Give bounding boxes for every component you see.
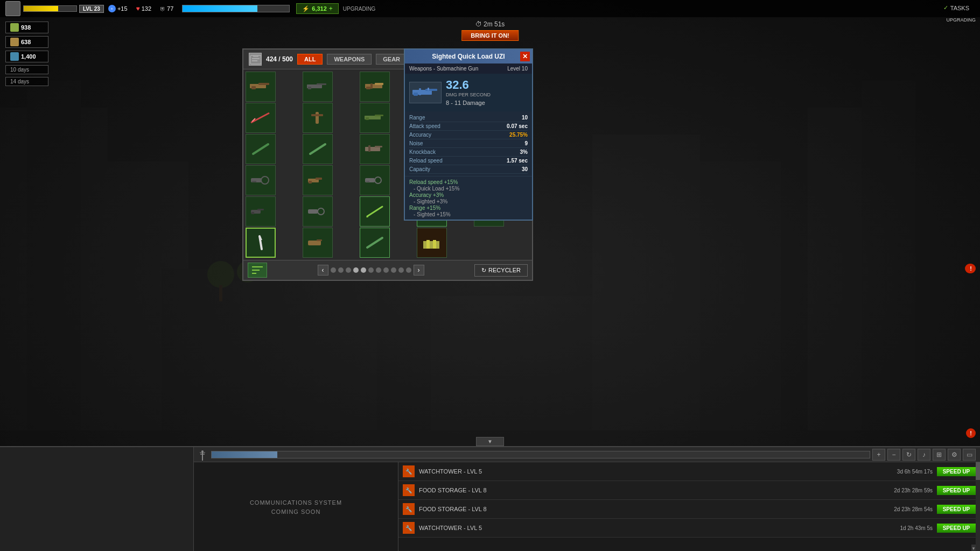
svg-line-44 [310,144,325,154]
page-dot-10[interactable] [398,267,404,273]
scroll-down-icon[interactable]: ▼ [971,545,976,551]
svg-rect-84 [433,240,436,249]
stat-reload-speed-name: Reload speed [409,158,443,164]
inv-cell-5-0[interactable] [246,228,276,258]
inv-cell-1-0[interactable] [246,103,276,133]
upgrade-icon-3: 🔧 [403,522,415,534]
expand-button[interactable]: ▼ [476,437,504,446]
inv-cell-2-2[interactable] [360,134,390,164]
speed-up-btn-1[interactable]: SPEED UP [937,486,976,495]
stat-attack-speed-value: 0.07 sec [507,123,528,129]
page-dot-4[interactable] [353,267,359,273]
page-dot-5[interactable] [361,267,366,273]
detail-subtitle: Weapons - Submachine Gun Level 10 [405,63,532,74]
toolbar-minimize-btn[interactable]: ▭ [963,449,976,461]
inv-cell-4-1[interactable] [303,196,333,227]
hud-health: ♥ 132 [136,5,151,12]
toolbar-minus-btn[interactable]: − [887,449,900,461]
speed-up-btn-0[interactable]: SPEED UP [937,467,976,476]
svg-point-97 [201,450,204,453]
svg-rect-67 [251,212,254,214]
tasks-button[interactable]: ✓ TASKS [943,4,969,11]
page-dot-3[interactable] [346,267,351,273]
bring-it-on-button[interactable]: BRING IT ON! [461,30,519,41]
stat-noise-value: 9 [524,140,528,146]
inv-cell-5-1[interactable] [303,228,333,258]
toolbar-sound-btn[interactable]: ♪ [918,449,930,461]
svg-rect-20 [317,83,326,85]
page-dot-6[interactable] [368,267,374,273]
right-upgrading-label: UPGRADING [946,17,976,23]
inv-cell-4-0[interactable] [246,196,276,227]
toolbar-refresh-btn[interactable]: ↻ [902,449,915,461]
bottom-progress-fill [212,451,277,458]
stat-noise-name: Noise [409,140,423,146]
toolbar-settings-btn[interactable]: ⚙ [948,449,961,461]
svg-rect-9 [431,296,592,430]
stat-reload-speed-value: 1.57 sec [507,158,528,164]
stat-capacity-name: Capacity [409,166,430,172]
page-dot-8[interactable] [383,267,389,273]
health-bar-fill [183,5,257,12]
page-dot-1[interactable] [331,267,336,273]
bonus-3-sub: - Sighted +15% [409,211,528,217]
upgrades-scrollbar[interactable] [976,462,980,551]
inv-cell-0-0[interactable] [246,72,276,102]
inv-cell-0-1[interactable] [303,72,333,102]
xp-bar-container: LVL 23 [23,5,104,13]
upgrade-icon-2: 🔧 [403,503,415,515]
shield-value: 77 [167,5,173,12]
speed-up-btn-3[interactable]: SPEED UP [937,524,976,533]
stat-capacity-value: 30 [522,166,528,172]
xp-bar-fill [24,6,58,11]
all-button[interactable]: ALL [297,54,323,65]
svg-rect-2 [27,81,81,430]
stat-knockback-name: Knockback [409,149,436,155]
speed-up-btn-2[interactable]: SPEED UP [937,505,976,514]
inv-cell-5-3[interactable] [417,228,447,258]
bonus-3: Range +15% - Sighted +15% [409,204,528,217]
inv-cell-3-1[interactable] [303,165,333,195]
upgrade-name-3: WATCHTOWER - LVL 5 [419,525,880,531]
detail-dmg-range: 8 - 11 Damage [446,100,485,106]
inv-cell-1-2[interactable] [360,103,390,133]
inv-cell-2-0[interactable] [246,134,276,164]
inventory-footer: ‹ › ↻ RECYCLER [243,260,532,280]
currency-icon: ⚡ [302,5,310,12]
upgrade-name-1: FOOD STORAGE - LVL 8 [419,487,880,493]
upgrade-icon-0: 🔧 [403,465,415,477]
inv-cell-4-2[interactable] [360,196,390,227]
gear-button[interactable]: GEAR [376,54,407,65]
comms-line-1: COMMUNICATIONS SYSTEM [250,499,342,506]
inv-cell-0-2[interactable] [360,72,390,102]
stat-noise: Noise 9 [409,139,528,148]
right-alert-icon: ! [966,264,976,273]
inv-cell-2-1[interactable] [303,134,333,164]
toolbar-camera-btn[interactable]: ⊞ [933,449,946,461]
next-page-button[interactable]: › [414,265,424,276]
upgrades-section: 🔧 WATCHTOWER - LVL 5 3d 6h 54m 17s SPEED… [398,462,980,551]
page-dot-2[interactable] [338,267,344,273]
detail-title-bar: Sighted Quick Load UZI ✕ [405,50,532,63]
player-avatar [5,1,20,16]
toolbar-plus-btn[interactable]: + [872,449,885,461]
bonus-1-sub: - Quick Load +15% [409,186,528,192]
page-dot-9[interactable] [391,267,396,273]
inv-cell-3-2[interactable] [360,165,390,195]
recycler-button[interactable]: ↻ RECYCLER [474,264,528,277]
wood-icon [10,38,19,46]
inv-cell-5-2[interactable] [360,228,390,258]
left-resources: 938 638 1,400 10 days 14 days [5,22,48,86]
sort-button[interactable] [248,263,267,278]
svg-point-69 [318,208,324,215]
prev-page-button[interactable]: ‹ [318,265,328,276]
page-dot-11[interactable] [406,267,411,273]
inv-cell-3-0[interactable] [246,165,276,195]
stat-range: Range 10 [409,114,528,122]
detail-title-text: Sighted Quick Load UZI [432,53,505,60]
detail-close-button[interactable]: ✕ [520,52,530,61]
inv-cell-1-1[interactable] [303,103,333,133]
page-dot-7[interactable] [376,267,381,273]
weapons-button[interactable]: WEAPONS [327,54,372,65]
timer-1: 10 days [5,65,48,74]
